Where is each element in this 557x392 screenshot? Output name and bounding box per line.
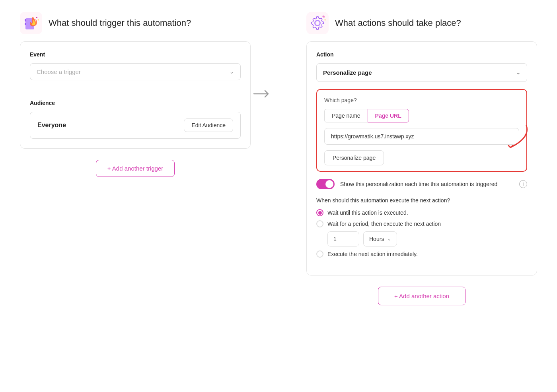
- action-label: Action: [316, 51, 527, 58]
- radio-1-circle: [316, 209, 323, 216]
- trigger-icon: [20, 12, 42, 34]
- arrow-connector: [251, 12, 275, 100]
- personalize-page-button[interactable]: Personalize page: [324, 150, 384, 165]
- svg-point-5: [38, 19, 39, 21]
- wait-duration-input[interactable]: [327, 231, 359, 246]
- info-icon[interactable]: i: [519, 180, 527, 188]
- left-header: What should trigger this automation?: [20, 12, 251, 34]
- execute-label: When should this automation execute the …: [316, 197, 527, 204]
- personalization-toggle[interactable]: [316, 179, 335, 189]
- add-action-button[interactable]: + Add another action: [378, 287, 465, 305]
- radio-3-circle: [316, 250, 323, 258]
- audience-section: Audience Everyone Edit Audience: [30, 100, 241, 139]
- toggle-label: Show this personalization each time this…: [340, 181, 514, 187]
- radio-2-circle: [316, 220, 323, 227]
- add-trigger-button[interactable]: + Add another trigger: [96, 160, 175, 177]
- url-input[interactable]: [324, 128, 519, 145]
- trigger-chevron-icon: ⌄: [230, 69, 234, 75]
- action-chevron-icon: ⌄: [516, 70, 520, 76]
- wait-inputs: Hours ⌄: [327, 231, 527, 246]
- add-action-label: + Add another action: [394, 293, 449, 299]
- action-select[interactable]: Personalize page ⌄: [316, 63, 527, 82]
- trigger-placeholder: Choose a trigger: [37, 68, 81, 75]
- tab-page-name[interactable]: Page name: [324, 109, 368, 122]
- which-page-box: Which page? Page name Page URL Personali…: [316, 89, 527, 172]
- hours-select[interactable]: Hours ⌄: [363, 231, 397, 246]
- radio-3-label: Execute the next action immediately.: [327, 251, 418, 257]
- svg-rect-6: [306, 12, 329, 34]
- radio-1-label: Wait until this action is executed.: [327, 210, 408, 216]
- page-tabs: Page name Page URL: [324, 109, 519, 122]
- radio-wait-period[interactable]: Wait for a period, then execute the next…: [316, 220, 527, 227]
- svg-rect-2: [25, 19, 26, 21]
- action-value: Personalize page: [323, 69, 372, 76]
- right-header: What actions should take place?: [306, 12, 537, 34]
- right-title: What actions should take place?: [335, 18, 461, 28]
- right-panel: What actions should take place? Action P…: [306, 12, 537, 305]
- edit-audience-button[interactable]: Edit Audience: [184, 118, 233, 132]
- radio-wait-action[interactable]: Wait until this action is executed.: [316, 209, 527, 216]
- audience-row: Everyone Edit Audience: [30, 112, 241, 139]
- trigger-card: Event Choose a trigger ⌄ Audience Everyo…: [20, 41, 251, 149]
- radio-execute-immediately[interactable]: Execute the next action immediately.: [316, 250, 527, 258]
- svg-point-4: [36, 17, 37, 18]
- svg-point-8: [325, 19, 326, 21]
- action-icon: [306, 12, 329, 34]
- flow-arrow-icon: [253, 87, 272, 100]
- svg-rect-3: [25, 23, 26, 25]
- card-divider: [20, 90, 250, 90]
- everyone-label: Everyone: [37, 122, 66, 129]
- event-section: Event Choose a trigger ⌄: [30, 51, 241, 80]
- radio-2-label: Wait for a period, then execute the next…: [327, 221, 441, 227]
- execute-section: When should this automation execute the …: [316, 197, 527, 258]
- event-label: Event: [30, 51, 241, 58]
- hours-label: Hours: [369, 236, 384, 242]
- trigger-select[interactable]: Choose a trigger ⌄: [30, 63, 241, 80]
- add-trigger-label: + Add another trigger: [107, 165, 164, 172]
- hours-chevron-icon: ⌄: [387, 236, 391, 242]
- toggle-row: Show this personalization each time this…: [316, 179, 527, 189]
- left-title: What should trigger this automation?: [49, 18, 191, 28]
- audience-label: Audience: [30, 100, 241, 106]
- which-page-label: Which page?: [324, 97, 519, 103]
- action-card: Action Personalize page ⌄ Which page? Pa…: [306, 41, 537, 276]
- left-panel: What should trigger this automation? Eve…: [20, 12, 251, 177]
- tab-page-url[interactable]: Page URL: [368, 109, 409, 122]
